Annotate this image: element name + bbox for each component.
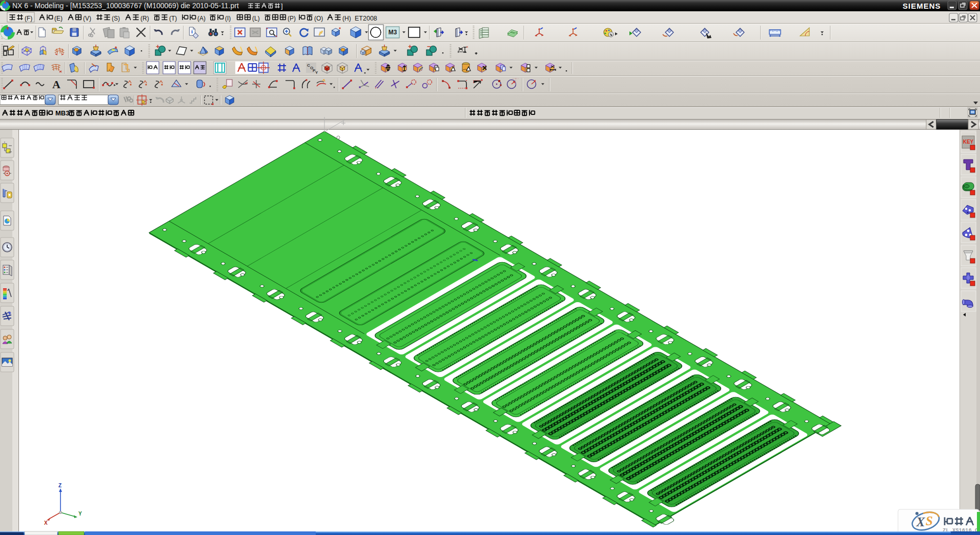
svg-text:(F): (F): [25, 15, 32, 22]
svg-text:NX 6 - Modeling - [M153253_100: NX 6 - Modeling - [M153253_100036767 (M1…: [12, 2, 239, 10]
svg-text:(A): (A): [197, 15, 206, 22]
svg-text:(O): (O): [314, 15, 323, 22]
svg-text:−: −: [427, 43, 431, 50]
svg-text:X: X: [916, 515, 926, 529]
svg-text:(H): (H): [342, 15, 351, 22]
svg-text:Y: Y: [78, 511, 82, 517]
svg-text:(E): (E): [54, 15, 63, 22]
svg-text:+: +: [408, 43, 412, 50]
svg-text:(V): (V): [83, 15, 91, 22]
svg-text:i: i: [191, 28, 193, 34]
svg-text:(I): (I): [225, 15, 231, 22]
svg-text:(T): (T): [169, 15, 177, 22]
svg-text:MB3: MB3: [55, 109, 69, 117]
svg-text:KEY: KEY: [963, 139, 974, 145]
svg-text:Z: Z: [58, 483, 62, 488]
svg-text:A: A: [52, 78, 60, 91]
svg-text:SIEMENS: SIEMENS: [903, 2, 941, 10]
svg-text:(P): (P): [288, 15, 296, 22]
svg-text:+: +: [156, 43, 160, 50]
svg-text:S: S: [926, 514, 933, 528]
svg-text:(R): (R): [140, 15, 149, 22]
svg-text:(S): (S): [112, 15, 120, 22]
svg-text:(L): (L): [252, 15, 260, 22]
svg-text:ET2008: ET2008: [355, 15, 377, 22]
svg-text:M3: M3: [389, 29, 397, 36]
svg-text:Y: Y: [315, 70, 318, 75]
svg-text:]: ]: [281, 2, 283, 10]
svg-text:X: X: [44, 520, 48, 526]
